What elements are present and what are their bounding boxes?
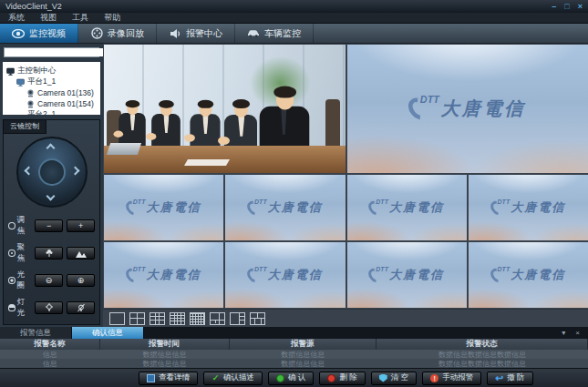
focus-near-button[interactable] — [35, 247, 63, 260]
confirm-description-button[interactable]: ✓ 确认描述 — [203, 372, 263, 385]
layout-10-icon[interactable] — [250, 312, 265, 325]
video-tile-idle[interactable]: DTT大唐電信 — [225, 175, 345, 240]
layout-25-icon[interactable] — [190, 312, 205, 325]
video-tile-idle[interactable]: DTT大唐電信 — [104, 175, 223, 240]
video-tile-idle[interactable]: DTT大唐電信 — [225, 242, 345, 308]
aperture-icon — [8, 277, 15, 284]
zoom-in-button[interactable]: + — [67, 219, 95, 232]
ptz-focus-label: 聚焦 — [8, 242, 31, 264]
layout-9-icon[interactable] — [150, 312, 165, 325]
ptz-zoom-row: 调焦 − + — [4, 215, 99, 237]
menu-system[interactable]: 系统 — [8, 12, 25, 24]
tab-alarm-center[interactable]: 报警中心 — [157, 24, 235, 43]
layout-1plus5-icon[interactable] — [210, 312, 225, 325]
ptz-center-button[interactable] — [38, 158, 66, 186]
tree-item-camera-154[interactable]: Camera 01(154) — [6, 98, 98, 109]
confirm-button[interactable]: 确 认 — [268, 372, 314, 385]
ptz-left-arrow[interactable] — [24, 167, 33, 176]
red-dot-icon — [327, 374, 335, 382]
cell-alarm-source: 数据信息信息 — [230, 350, 377, 359]
device-combo[interactable]: ▾ — [4, 47, 99, 57]
layout-1plus7-icon[interactable] — [230, 312, 245, 325]
tab-playback-label: 录像回放 — [108, 27, 144, 40]
ptz-light-label: 灯光 — [8, 297, 31, 319]
menu-view[interactable]: 视图 — [40, 12, 57, 24]
tab-vehicle-monitor[interactable]: 车辆监控 — [235, 24, 314, 43]
paper-shape — [184, 159, 230, 166]
mountain-icon — [76, 250, 87, 258]
datang-watermark: DTT大唐電信 — [469, 242, 588, 308]
video-tile-idle[interactable]: DTT大唐電信 — [104, 242, 223, 308]
ptz-down-arrow[interactable] — [46, 192, 55, 201]
tree-item-control-center[interactable]: 主控制中心 — [6, 66, 98, 76]
alarm-panel: 报警信息 确认信息 ▾ × 报警名称 报警时间 报警源 报警状态 信息 数据信息… — [0, 327, 588, 368]
film-reel-icon — [90, 28, 103, 39]
video-tile-idle[interactable]: DTT大唐電信 — [469, 175, 588, 240]
light-on-button[interactable] — [35, 301, 63, 314]
layout-16-icon[interactable] — [170, 312, 185, 325]
bulb-icon — [8, 304, 15, 311]
layout-4-icon[interactable] — [129, 312, 145, 325]
focus-far-button[interactable] — [67, 247, 95, 260]
manual-alarm-button[interactable]: ! 手动报警 — [422, 372, 481, 385]
close-panel-icon[interactable]: × — [575, 329, 580, 337]
flower-icon — [45, 249, 54, 258]
video-tile-live[interactable] — [104, 45, 346, 173]
menu-tools[interactable]: 工具 — [72, 12, 88, 24]
datang-watermark: DTT大唐電信 — [104, 175, 223, 240]
tree-item-platform1[interactable]: 平台1_1 — [6, 76, 98, 87]
collapse-panel-icon[interactable]: ▾ — [562, 329, 565, 337]
main-area: ▾ 主控制中心 平台1_1 Camera 01(136) Camera 01 — [0, 44, 588, 327]
light-off-button[interactable] — [67, 301, 95, 314]
maximize-button[interactable]: □ — [564, 3, 569, 11]
menu-help[interactable]: 帮助 — [104, 12, 120, 24]
video-tile-idle[interactable]: DTT大唐電信 — [347, 175, 467, 240]
ptz-iris-row: 光圈 ⊖ ⊕ — [4, 270, 99, 291]
ptz-panel-title: 云镜控制 — [3, 119, 46, 134]
tab-alarm-info[interactable]: 报警信息 — [0, 327, 72, 339]
iris-close-button[interactable]: ⊖ — [35, 274, 63, 287]
ptz-right-arrow[interactable] — [70, 167, 79, 176]
alarm-table-row[interactable]: 信息 数据信息信息 数据信息信息 数据信息数据信息数据信息 — [0, 359, 588, 368]
clear-button[interactable]: 清 空 — [371, 372, 417, 385]
green-dot-icon — [276, 374, 284, 382]
alarm-table-row[interactable]: 信息 数据信息信息 数据信息信息 数据信息数据信息数据信息 — [0, 350, 588, 359]
ptz-up-arrow[interactable] — [46, 144, 55, 153]
tree-item-platform2[interactable]: 平台2_1 — [6, 109, 98, 115]
col-alarm-source: 报警源 — [230, 339, 377, 350]
tree-item-camera-136[interactable]: Camera 01(136) — [6, 87, 98, 98]
view-details-button[interactable]: 查看详情 — [139, 372, 198, 385]
alarm-table-header: 报警名称 报警时间 报警源 报警状态 — [0, 339, 588, 350]
light-on-icon — [45, 303, 54, 312]
video-tile-idle[interactable]: DTT大唐電信 — [347, 242, 467, 308]
tab-alarm-center-label: 报警中心 — [186, 27, 222, 40]
tab-live-video-label: 监控视频 — [29, 27, 66, 40]
ptz-light-row: 灯光 — [4, 297, 99, 319]
tab-vehicle-monitor-label: 车辆监控 — [264, 27, 301, 40]
disarm-button[interactable]: ↩ 撤 防 — [487, 372, 532, 385]
delete-button[interactable]: 删 除 — [319, 372, 365, 385]
tree-item-label: Camera 01(154) — [37, 99, 94, 108]
ring-icon — [8, 222, 15, 229]
chair-shape — [325, 99, 340, 152]
cell-alarm-time: 数据信息信息 — [100, 359, 230, 368]
tab-live-video[interactable]: 监控视频 — [0, 24, 78, 43]
layout-1-icon[interactable] — [109, 312, 125, 325]
person-figure — [151, 102, 181, 150]
sidebar: ▾ 主控制中心 平台1_1 Camera 01(136) Camera 01 — [0, 44, 103, 327]
window-title: VideoClient_V2 — [5, 2, 62, 11]
datang-watermark: DTT大唐電信 — [347, 242, 467, 308]
tab-confirm-info[interactable]: 确认信息 — [72, 327, 144, 339]
alarm-panel-controls: ▾ × — [562, 327, 588, 339]
tab-playback[interactable]: 录像回放 — [78, 24, 157, 43]
iris-open-button[interactable]: ⊕ — [67, 274, 95, 287]
zoom-out-button[interactable]: − — [35, 219, 63, 232]
tree-item-label: 平台1_1 — [27, 76, 56, 87]
shield-icon — [379, 374, 387, 382]
device-combo-input[interactable] — [5, 48, 108, 56]
minimize-button[interactable]: – — [552, 3, 556, 11]
close-button[interactable]: × — [578, 3, 583, 11]
video-tile-idle[interactable]: DTT大唐電信 — [469, 242, 588, 308]
ptz-panel: 云镜控制 调焦 − + 聚焦 — [3, 119, 100, 325]
video-tile-idle[interactable]: DTT 大唐電信 — [347, 45, 588, 173]
